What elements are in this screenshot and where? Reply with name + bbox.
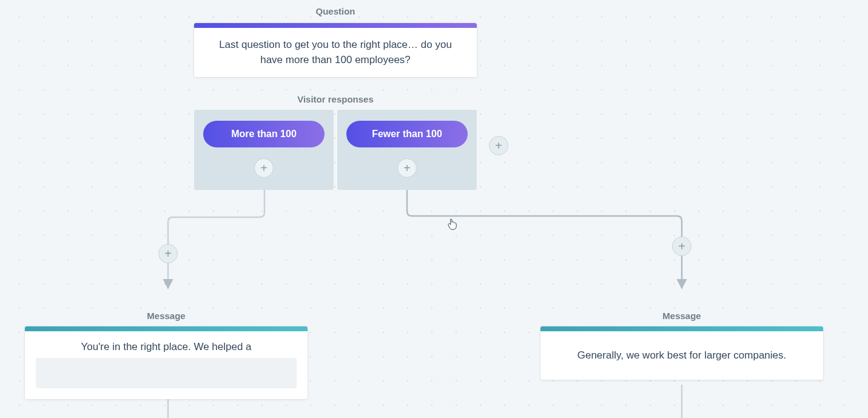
message-left-card[interactable]: You're in the right place. We helped a <box>25 326 308 399</box>
plus-icon: + <box>403 162 411 174</box>
message-left-label: Message <box>25 311 308 321</box>
question-text: Last question to get you to the right pl… <box>194 28 477 77</box>
response-option-0[interactable]: More than 100 + <box>194 110 334 190</box>
pointer-cursor-icon <box>447 218 458 231</box>
plus-icon: + <box>495 140 502 152</box>
responses-label: Visitor responses <box>194 94 477 104</box>
message-right-label: Message <box>540 311 823 321</box>
response-option-1[interactable]: Fewer than 100 + <box>337 110 477 190</box>
plus-icon: + <box>678 240 685 252</box>
message-left-placeholder <box>36 358 297 388</box>
plus-icon: + <box>260 162 267 174</box>
question-label: Question <box>194 6 477 16</box>
plus-icon: + <box>164 248 172 260</box>
response-pill-0-label: More than 100 <box>231 129 297 140</box>
question-card-accent <box>194 23 477 28</box>
add-after-response-0[interactable]: + <box>254 158 274 178</box>
message-left-text: You're in the right place. We helped a <box>36 341 297 353</box>
response-pill-1[interactable]: Fewer than 100 <box>346 121 468 147</box>
add-node-left-connector[interactable]: + <box>158 244 178 263</box>
question-card[interactable]: Last question to get you to the right pl… <box>194 23 477 77</box>
add-after-response-1[interactable]: + <box>397 158 417 178</box>
message-right-text: Generally, we work best for larger compa… <box>555 349 809 362</box>
message-right-card[interactable]: Generally, we work best for larger compa… <box>540 326 823 380</box>
message-left-accent <box>25 326 308 331</box>
add-response-button[interactable]: + <box>489 136 508 155</box>
message-right-accent <box>540 326 823 331</box>
response-pill-1-label: Fewer than 100 <box>372 129 442 140</box>
response-pill-0[interactable]: More than 100 <box>203 121 325 147</box>
add-node-right-connector[interactable]: + <box>672 237 691 256</box>
responses-container: More than 100 + Fewer than 100 + <box>194 110 477 190</box>
